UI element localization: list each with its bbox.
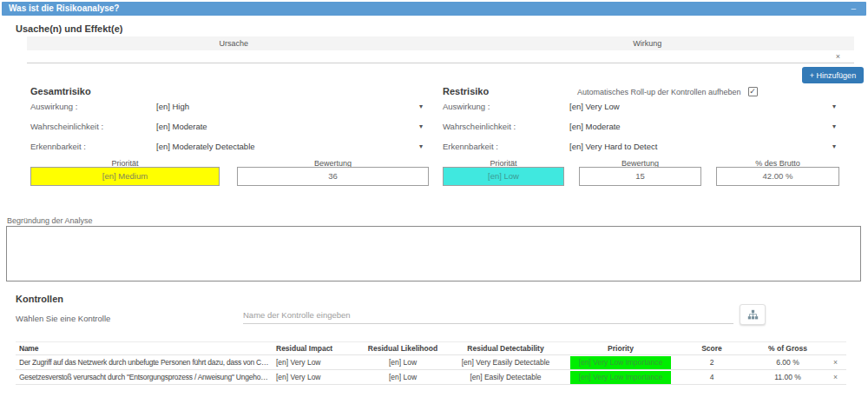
score-cell: 2 <box>673 358 751 367</box>
hierarchy-icon <box>747 309 759 321</box>
residual-detectability-label: Erkennbarkeit : <box>443 142 498 151</box>
percent-of-gross-cell: 6.00 % <box>751 358 825 367</box>
gross-likelihood-field[interactable]: Wahrscheinlichkeit : [en] Moderate ▾ <box>30 122 423 133</box>
residual-likelihood-label: Wahrscheinlichkeit : <box>443 122 516 131</box>
gross-detectability-select[interactable]: [en] Moderately Detectable <box>156 142 255 151</box>
col-header-score: Score <box>673 344 751 353</box>
cause-effect-table-header: Ursache Wirkung <box>27 36 854 50</box>
gross-priority-box: [en] Medium <box>30 167 220 186</box>
cause-effect-row[interactable]: × <box>27 50 854 63</box>
chevron-down-icon[interactable]: ▾ <box>419 142 423 150</box>
chevron-down-icon[interactable]: ▾ <box>832 142 836 150</box>
residual-score-box: 15 <box>579 167 701 186</box>
control-select-label: Wählen Sie eine Kontrolle <box>16 314 110 323</box>
delete-row-icon[interactable]: × <box>825 358 846 367</box>
table-row[interactable]: Gesetzesverstoß verursacht durch "Entsor… <box>16 370 846 385</box>
residual-likelihood-field[interactable]: Wahrscheinlichkeit : [en] Moderate ▾ <box>443 122 836 133</box>
col-header-name: Name <box>16 344 273 353</box>
controls-table: Name Residual Impact Residual Likelihood… <box>16 341 846 385</box>
residual-detectability-cell: [en] Easily Detectable <box>443 373 569 381</box>
col-header-priority: Priority <box>569 344 673 353</box>
rollup-override-control[interactable]: Automatisches Roll-up der Kontrollen auf… <box>577 87 758 96</box>
residual-impact-field[interactable]: Auswirkung : [en] Very Low ▾ <box>443 102 836 113</box>
col-header-percent-of-gross: % of Gross <box>751 344 825 353</box>
controls-table-header: Name Residual Impact Residual Likelihood… <box>16 341 846 355</box>
gross-impact-select[interactable]: [en] High <box>156 102 189 111</box>
residual-impact-cell: [en] Very Low <box>273 373 363 381</box>
chevron-down-icon[interactable]: ▾ <box>832 103 836 110</box>
gross-score-box: 36 <box>237 167 429 186</box>
gross-percent-box: 42.00 % <box>716 167 839 186</box>
delete-row-icon[interactable]: × <box>825 373 846 381</box>
residual-detectability-field[interactable]: Erkennbarkeit : [en] Very Hard to Detect… <box>443 142 836 153</box>
chevron-down-icon[interactable]: ▾ <box>832 123 836 130</box>
rollup-override-label: Automatisches Roll-up der Kontrollen auf… <box>577 88 741 96</box>
percent-of-gross-cell: 11.00 % <box>751 373 825 381</box>
residual-impact-select[interactable]: [en] Very Low <box>569 102 620 111</box>
residual-impact-cell: [en] Very Low <box>273 358 363 367</box>
justification-textarea[interactable] <box>6 226 861 281</box>
residual-risk-heading: Restrisiko <box>443 86 489 96</box>
residual-detectability-cell: [en] Very Easily Detectable <box>443 358 569 367</box>
gross-impact-label: Auswirkung : <box>30 102 77 111</box>
residual-likelihood-cell: [en] Low <box>363 373 443 381</box>
panel-titlebar[interactable]: Was ist die Risikoanalyse? – <box>2 2 866 16</box>
justification-label: Begründung der Analyse <box>7 216 93 225</box>
residual-priority-box: [en] Low <box>443 167 564 186</box>
controls-heading: Kontrollen <box>16 294 63 304</box>
gross-detectability-field[interactable]: Erkennbarkeit : [en] Moderately Detectab… <box>30 142 423 153</box>
control-name-cell: Der Zugriff auf das Netzwerk durch unbef… <box>16 358 273 367</box>
panel-title: Was ist die Risikoanalyse? <box>9 3 119 13</box>
rollup-checkbox[interactable]: ✓ <box>748 87 758 96</box>
residual-likelihood-select[interactable]: [en] Moderate <box>569 122 621 131</box>
chevron-down-icon[interactable]: ▾ <box>419 123 423 130</box>
col-header-residual-detectability: Residual Detectability <box>443 344 569 353</box>
col-header-residual-likelihood: Residual Likelihood <box>363 344 443 353</box>
score-cell: 4 <box>673 373 751 381</box>
table-row[interactable]: Der Zugriff auf das Netzwerk durch unbef… <box>16 355 846 370</box>
column-header-wirkung: Wirkung <box>441 36 855 50</box>
delete-row-icon[interactable]: × <box>836 52 840 61</box>
minimize-icon[interactable]: – <box>851 2 856 16</box>
chevron-down-icon[interactable]: ▾ <box>419 103 423 110</box>
column-header-ursache: Ursache <box>27 36 441 50</box>
gross-detectability-label: Erkennbarkeit : <box>30 142 86 151</box>
col-header-residual-impact: Residual Impact <box>273 344 363 353</box>
gross-likelihood-select[interactable]: [en] Moderate <box>156 122 207 131</box>
priority-badge: [en] Very Low Importance <box>570 371 671 384</box>
hierarchy-button[interactable] <box>740 304 766 325</box>
cause-effect-heading: Usache(n) und Effekt(e) <box>16 23 122 34</box>
control-name-input[interactable] <box>243 307 733 324</box>
gross-likelihood-label: Wahrscheinlichkeit : <box>30 122 103 131</box>
gross-risk-heading: Gesamtrisiko <box>30 86 91 96</box>
priority-badge: [en] Very Low Importance <box>570 356 671 369</box>
residual-impact-label: Auswirkung : <box>443 102 490 111</box>
residual-likelihood-cell: [en] Low <box>363 358 443 367</box>
gross-impact-field[interactable]: Auswirkung : [en] High ▾ <box>30 102 423 113</box>
residual-detectability-select[interactable]: [en] Very Hard to Detect <box>569 142 657 151</box>
add-button[interactable]: + Hinzufügen <box>802 67 864 83</box>
control-name-cell: Gesetzesverstoß verursacht durch "Entsor… <box>16 373 273 381</box>
